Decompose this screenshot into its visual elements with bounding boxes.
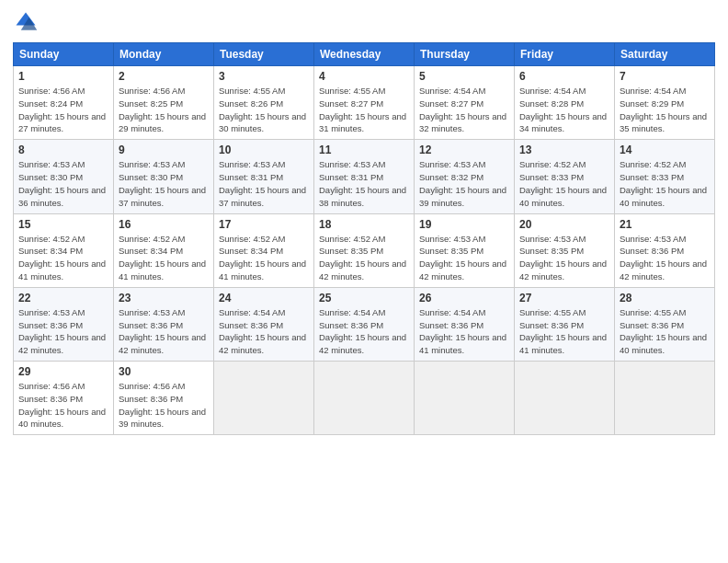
day-cell: 17 Sunrise: 4:52 AMSunset: 8:34 PMDaylig… bbox=[214, 213, 314, 287]
day-number: 29 bbox=[18, 365, 108, 378]
day-detail: Sunrise: 4:54 AMSunset: 8:36 PMDaylight:… bbox=[219, 307, 306, 355]
day-number: 28 bbox=[620, 292, 710, 304]
day-number: 18 bbox=[319, 218, 409, 231]
day-number: 3 bbox=[219, 70, 309, 83]
col-header-thursday: Thursday bbox=[415, 43, 515, 66]
day-cell: 2 Sunrise: 4:56 AMSunset: 8:25 PMDayligh… bbox=[114, 66, 214, 140]
day-number: 14 bbox=[620, 144, 710, 156]
day-detail: Sunrise: 4:53 AMSunset: 8:36 PMDaylight:… bbox=[18, 307, 106, 355]
day-cell: 30 Sunrise: 4:56 AMSunset: 8:36 PMDaylig… bbox=[114, 362, 214, 435]
col-header-wednesday: Wednesday bbox=[314, 43, 415, 66]
day-number: 20 bbox=[519, 218, 609, 231]
day-cell bbox=[515, 362, 615, 435]
day-number: 5 bbox=[419, 70, 509, 83]
day-cell: 14 Sunrise: 4:52 AMSunset: 8:33 PMDaylig… bbox=[615, 140, 715, 213]
day-cell bbox=[214, 362, 314, 435]
day-detail: Sunrise: 4:53 AMSunset: 8:31 PMDaylight:… bbox=[319, 159, 406, 207]
day-cell: 21 Sunrise: 4:53 AMSunset: 8:36 PMDaylig… bbox=[615, 213, 715, 287]
day-cell: 28 Sunrise: 4:55 AMSunset: 8:36 PMDaylig… bbox=[615, 287, 715, 361]
day-number: 21 bbox=[620, 218, 710, 231]
day-number: 9 bbox=[119, 144, 209, 156]
day-cell: 10 Sunrise: 4:53 AMSunset: 8:31 PMDaylig… bbox=[214, 140, 314, 213]
week-row-1: 1 Sunrise: 4:56 AMSunset: 8:24 PMDayligh… bbox=[14, 66, 715, 140]
col-header-saturday: Saturday bbox=[615, 43, 715, 66]
logo bbox=[13, 9, 42, 35]
day-detail: Sunrise: 4:52 AMSunset: 8:34 PMDaylight:… bbox=[219, 234, 306, 282]
day-cell: 27 Sunrise: 4:55 AMSunset: 8:36 PMDaylig… bbox=[515, 287, 615, 361]
day-detail: Sunrise: 4:53 AMSunset: 8:30 PMDaylight:… bbox=[119, 159, 206, 207]
day-cell: 25 Sunrise: 4:54 AMSunset: 8:36 PMDaylig… bbox=[314, 287, 415, 361]
day-cell: 9 Sunrise: 4:53 AMSunset: 8:30 PMDayligh… bbox=[114, 140, 214, 213]
day-cell: 8 Sunrise: 4:53 AMSunset: 8:30 PMDayligh… bbox=[14, 140, 114, 213]
day-number: 7 bbox=[620, 70, 710, 83]
day-cell bbox=[415, 362, 515, 435]
day-cell: 6 Sunrise: 4:54 AMSunset: 8:28 PMDayligh… bbox=[515, 66, 615, 140]
day-cell: 12 Sunrise: 4:53 AMSunset: 8:32 PMDaylig… bbox=[415, 140, 515, 213]
day-cell: 3 Sunrise: 4:55 AMSunset: 8:26 PMDayligh… bbox=[214, 66, 314, 140]
day-detail: Sunrise: 4:56 AMSunset: 8:36 PMDaylight:… bbox=[119, 381, 206, 429]
day-detail: Sunrise: 4:55 AMSunset: 8:27 PMDaylight:… bbox=[319, 86, 406, 133]
day-detail: Sunrise: 4:55 AMSunset: 8:36 PMDaylight:… bbox=[519, 307, 607, 355]
day-cell: 15 Sunrise: 4:52 AMSunset: 8:34 PMDaylig… bbox=[14, 213, 114, 287]
day-number: 17 bbox=[219, 218, 309, 231]
day-number: 8 bbox=[18, 144, 108, 156]
day-cell: 29 Sunrise: 4:56 AMSunset: 8:36 PMDaylig… bbox=[14, 362, 114, 435]
day-detail: Sunrise: 4:55 AMSunset: 8:26 PMDaylight:… bbox=[219, 86, 306, 133]
day-number: 25 bbox=[319, 292, 409, 304]
day-cell: 7 Sunrise: 4:54 AMSunset: 8:29 PMDayligh… bbox=[615, 66, 715, 140]
day-detail: Sunrise: 4:56 AMSunset: 8:24 PMDaylight:… bbox=[18, 86, 106, 133]
day-number: 24 bbox=[219, 292, 309, 304]
day-number: 4 bbox=[319, 70, 409, 83]
day-cell bbox=[615, 362, 715, 435]
day-number: 30 bbox=[119, 365, 209, 378]
day-cell: 16 Sunrise: 4:52 AMSunset: 8:34 PMDaylig… bbox=[114, 213, 214, 287]
calendar-page: SundayMondayTuesdayWednesdayThursdayFrid… bbox=[0, 0, 728, 563]
day-cell: 19 Sunrise: 4:53 AMSunset: 8:35 PMDaylig… bbox=[415, 213, 515, 287]
week-row-5: 29 Sunrise: 4:56 AMSunset: 8:36 PMDaylig… bbox=[14, 362, 715, 435]
day-number: 10 bbox=[219, 144, 309, 156]
logo-icon bbox=[13, 9, 39, 35]
day-cell: 1 Sunrise: 4:56 AMSunset: 8:24 PMDayligh… bbox=[14, 66, 114, 140]
header bbox=[13, 9, 715, 35]
day-cell: 11 Sunrise: 4:53 AMSunset: 8:31 PMDaylig… bbox=[314, 140, 415, 213]
day-detail: Sunrise: 4:53 AMSunset: 8:32 PMDaylight:… bbox=[419, 159, 506, 207]
day-number: 26 bbox=[419, 292, 509, 304]
day-cell: 4 Sunrise: 4:55 AMSunset: 8:27 PMDayligh… bbox=[314, 66, 415, 140]
day-number: 6 bbox=[519, 70, 609, 83]
day-detail: Sunrise: 4:52 AMSunset: 8:34 PMDaylight:… bbox=[18, 234, 106, 282]
day-detail: Sunrise: 4:52 AMSunset: 8:33 PMDaylight:… bbox=[620, 159, 707, 207]
day-detail: Sunrise: 4:54 AMSunset: 8:28 PMDaylight:… bbox=[519, 86, 607, 133]
day-number: 19 bbox=[419, 218, 509, 231]
day-detail: Sunrise: 4:53 AMSunset: 8:35 PMDaylight:… bbox=[419, 234, 506, 282]
day-number: 22 bbox=[18, 292, 108, 304]
day-detail: Sunrise: 4:54 AMSunset: 8:36 PMDaylight:… bbox=[419, 307, 506, 355]
week-row-2: 8 Sunrise: 4:53 AMSunset: 8:30 PMDayligh… bbox=[14, 140, 715, 213]
calendar-table: SundayMondayTuesdayWednesdayThursdayFrid… bbox=[13, 42, 715, 435]
day-number: 15 bbox=[18, 218, 108, 231]
day-detail: Sunrise: 4:53 AMSunset: 8:30 PMDaylight:… bbox=[18, 159, 106, 207]
day-detail: Sunrise: 4:55 AMSunset: 8:36 PMDaylight:… bbox=[620, 307, 707, 355]
day-detail: Sunrise: 4:52 AMSunset: 8:35 PMDaylight:… bbox=[319, 234, 406, 282]
day-detail: Sunrise: 4:53 AMSunset: 8:35 PMDaylight:… bbox=[519, 234, 607, 282]
day-detail: Sunrise: 4:53 AMSunset: 8:31 PMDaylight:… bbox=[219, 159, 306, 207]
day-cell: 24 Sunrise: 4:54 AMSunset: 8:36 PMDaylig… bbox=[214, 287, 314, 361]
col-header-friday: Friday bbox=[515, 43, 615, 66]
day-cell: 22 Sunrise: 4:53 AMSunset: 8:36 PMDaylig… bbox=[14, 287, 114, 361]
day-detail: Sunrise: 4:56 AMSunset: 8:25 PMDaylight:… bbox=[119, 86, 206, 133]
days-header-row: SundayMondayTuesdayWednesdayThursdayFrid… bbox=[14, 43, 715, 66]
day-number: 27 bbox=[519, 292, 609, 304]
day-number: 11 bbox=[319, 144, 409, 156]
day-number: 13 bbox=[519, 144, 609, 156]
day-cell: 26 Sunrise: 4:54 AMSunset: 8:36 PMDaylig… bbox=[415, 287, 515, 361]
day-detail: Sunrise: 4:56 AMSunset: 8:36 PMDaylight:… bbox=[18, 381, 106, 429]
day-number: 23 bbox=[119, 292, 209, 304]
day-cell: 13 Sunrise: 4:52 AMSunset: 8:33 PMDaylig… bbox=[515, 140, 615, 213]
day-number: 16 bbox=[119, 218, 209, 231]
day-cell: 5 Sunrise: 4:54 AMSunset: 8:27 PMDayligh… bbox=[415, 66, 515, 140]
day-number: 12 bbox=[419, 144, 509, 156]
day-detail: Sunrise: 4:52 AMSunset: 8:33 PMDaylight:… bbox=[519, 159, 607, 207]
week-row-4: 22 Sunrise: 4:53 AMSunset: 8:36 PMDaylig… bbox=[14, 287, 715, 361]
day-cell: 18 Sunrise: 4:52 AMSunset: 8:35 PMDaylig… bbox=[314, 213, 415, 287]
col-header-sunday: Sunday bbox=[14, 43, 114, 66]
day-number: 2 bbox=[119, 70, 209, 83]
